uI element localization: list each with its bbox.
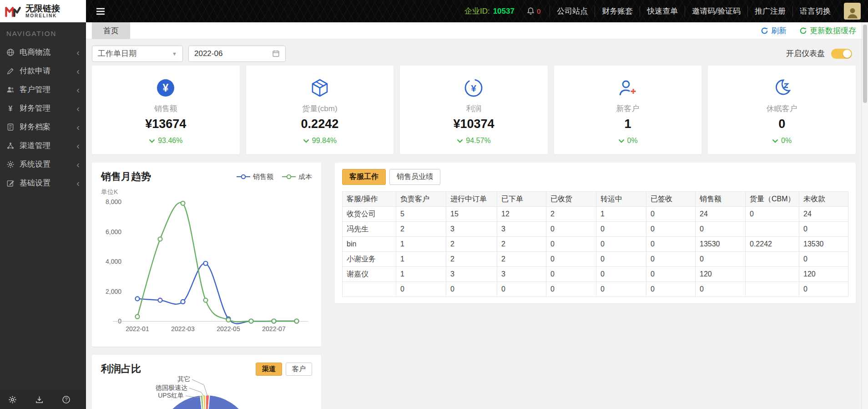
package-icon [310,77,330,99]
scrollbar[interactable] [862,22,868,409]
table-cell: 24 [799,207,848,222]
gear-icon[interactable] [8,395,17,404]
table-tab-label: 销售员业绩 [397,173,433,180]
panels: 销售月趋势 销售额成本 单位K 02,0004,0006,0008,000202… [92,163,856,409]
pie-label: 其它 [177,376,190,383]
ledger-icon [6,123,15,131]
chevron-down-icon [457,139,463,143]
sidebar-item[interactable]: 系统设置‹ [0,155,86,174]
calendar-icon [272,50,280,57]
svg-text:6,000: 6,000 [106,228,121,235]
table-cell: 13530 [799,237,848,252]
table-row: 冯先生23300000 [343,222,848,237]
table-cell: 3 [446,267,497,282]
tabbar: 首页 刷新 更新数据缓存 [86,22,868,39]
table-cell: 0 [546,252,596,267]
sidebar-item[interactable]: ¥财务管理‹ [0,99,86,118]
sidebar-item[interactable]: 付款申请‹ [0,61,86,80]
table-tab[interactable]: 销售员业绩 [389,169,440,185]
stat-trend: 99.84% [303,137,337,145]
sales-trend-card: 销售月趋势 销售额成本 单位K 02,0004,0006,0008,000202… [92,163,321,347]
table-cell: 3 [446,222,497,237]
sidebar-item[interactable]: 渠道管理‹ [0,136,86,155]
table-cell: 120 [799,267,848,282]
pie-mode-button[interactable]: 客户 [286,363,312,376]
svg-text:¥: ¥ [9,104,13,112]
sidebar-footer: ? [0,390,86,409]
bell-badge: 0 [537,7,540,15]
column-header: 销售额 [696,192,746,207]
dashboard-toggle-area: 开启仪表盘 [786,48,852,59]
tab-home[interactable]: 首页 [92,22,130,39]
sidebar-item-label: 财务档案 [20,122,50,132]
table-column: 客服工作销售员业绩 客服/操作负责客户进行中订单已下单已收货转运中已签收销售额货… [335,163,856,303]
table-cell: 0.2242 [746,237,799,252]
sidebar-item[interactable]: 基础设置‹ [0,174,86,192]
stat-label: 货量(cbm) [302,103,337,114]
dashboard-toggle[interactable] [831,49,852,59]
table-cell: 0 [497,282,546,297]
topbar-menu-item[interactable]: 快速查单 [640,6,685,17]
user-plus-icon [618,77,638,99]
download-icon[interactable] [35,395,44,404]
avatar[interactable] [844,3,861,20]
sidebar-item-label: 基础设置 [20,178,50,188]
column-header: 转运中 [596,192,646,207]
month-picker[interactable]: 2022-06 [188,46,286,62]
enterprise-id: 企业ID: 10537 [464,6,515,16]
pie-mode-button[interactable]: 渠道 [256,363,282,376]
table-cell: 0 [396,282,446,297]
scrollbar-thumb[interactable] [863,25,867,103]
topbar-menu-item[interactable]: 推广注册 [747,6,792,17]
tab-home-label: 首页 [103,26,119,36]
notification-bell[interactable]: 0 [526,7,540,15]
svg-text:2022-03: 2022-03 [171,325,195,332]
yen-icon: ¥ [6,104,15,112]
svg-text:2,000: 2,000 [106,288,121,295]
charts-column: 销售月趋势 销售额成本 单位K 02,0004,0006,0008,000202… [92,163,321,409]
stat-value: 0 [778,117,785,131]
topbar-menu-label: 推广注册 [755,6,786,16]
sidebar-item[interactable]: 财务档案‹ [0,118,86,136]
table-tab[interactable]: 客服工作 [342,169,386,185]
tabbar-actions: 刷新 更新数据缓存 [761,26,856,36]
chevron-down-icon [303,139,309,143]
legend-item[interactable]: 成本 [282,173,312,181]
chevron-left-icon: ‹ [76,160,80,169]
topbar-menu-item[interactable]: 邀请码/验证码 [685,6,747,17]
hamburger-menu-icon[interactable] [92,4,109,19]
topbar-menu-item[interactable]: 公司站点 [550,6,595,17]
pie-label: UPS红单 [158,392,184,399]
refresh-button[interactable]: 刷新 [761,26,787,36]
date-type-select[interactable]: 工作单日期 ▼ [92,46,183,62]
sidebar-item[interactable]: 电商物流‹ [0,43,86,61]
chevron-down-icon: ▼ [172,51,177,56]
topbar-menu-item[interactable]: 财务账套 [595,6,640,17]
table-tabs: 客服工作销售员业绩 [342,169,848,185]
users-icon [6,86,15,94]
legend-label: 销售额 [253,173,273,181]
topbar: 无限链接 MORELINK 企业ID: 10537 0 公司站点财务账套快速查单… [0,0,868,22]
stat-percent: 99.84% [312,137,337,145]
table-cell [746,222,799,237]
legend-item[interactable]: 销售额 [236,173,273,181]
stat-value: ¥13674 [145,117,186,131]
table-cell: 0 [799,282,848,297]
refresh-cache-icon [799,27,807,35]
sidebar-item[interactable]: 客户管理‹ [0,80,86,99]
table-cell: 0 [596,252,646,267]
svg-text:2022-05: 2022-05 [217,325,240,332]
globe-icon [6,48,15,56]
help-icon[interactable]: ? [62,395,71,404]
gear-icon [6,160,15,169]
sidebar-item-label: 客户管理 [20,84,50,95]
update-cache-button[interactable]: 更新数据缓存 [799,26,856,36]
topbar-menu-label: 语言切换 [800,6,831,16]
service-work-table: 客服/操作负责客户进行中订单已下单已收货转运中已签收销售额货量（CBM）未收款收… [342,191,848,297]
dashboard-toggle-label: 开启仪表盘 [786,48,825,59]
morelink-logo-icon [5,5,22,18]
topbar-menu-label: 公司站点 [557,6,588,16]
topbar-menu-item[interactable]: 语言切换 [792,6,838,17]
table-cell: 0 [446,282,497,297]
pie-mode-button-label: 客户 [292,365,306,373]
